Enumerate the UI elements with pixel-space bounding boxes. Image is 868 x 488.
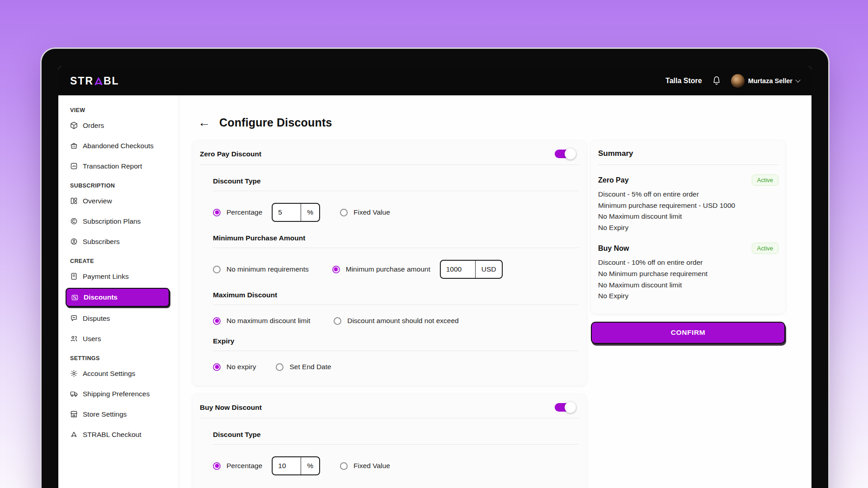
percent-suffix: %: [301, 204, 319, 221]
sidebar: VIEW Orders Abandoned Checkouts Transact…: [58, 95, 179, 488]
zero-pay-no-expiry-radio[interactable]: No expiry: [213, 363, 256, 371]
gear-icon: [70, 370, 78, 377]
zero-pay-min-amount-input[interactable]: [441, 261, 475, 278]
summary-card: Summary Zero Pay Active Discount - 5% of…: [591, 141, 785, 314]
buy-now-discount-card: Buy Now Discount Discount Type: [193, 394, 586, 488]
app-screen: STR BL Talla Store Murtaza Seller: [58, 66, 811, 488]
divider: [200, 164, 579, 165]
status-badge: Active: [752, 174, 778, 186]
sidebar-group-settings: SETTINGS: [58, 355, 179, 361]
sidebar-item-subscription-plans[interactable]: Subscription Plans: [58, 211, 179, 231]
sidebar-item-account-settings[interactable]: Account Settings: [58, 363, 179, 384]
sidebar-item-label: STRABL Checkout: [83, 431, 142, 439]
zero-pay-not-exceed-radio[interactable]: Discount amount should not exceed: [334, 317, 458, 325]
truck-icon: [70, 390, 78, 398]
radio-label: Set End Date: [289, 363, 331, 371]
radio-label: Fixed Value: [354, 208, 390, 216]
radio-label: Discount amount should not exceed: [347, 317, 458, 325]
sidebar-item-label: Payment Links: [83, 272, 129, 281]
sidebar-item-payment-links[interactable]: Payment Links: [58, 266, 179, 286]
sidebar-item-strabl-checkout[interactable]: STRABL Checkout: [58, 424, 179, 445]
buy-now-toggle[interactable]: [555, 403, 573, 412]
summary-title: Summary: [598, 149, 778, 158]
buy-now-card-title: Buy Now Discount: [200, 404, 262, 412]
sidebar-item-label: Overview: [83, 197, 112, 205]
summary-entry-zero-pay: Zero Pay Active Discount - 5% off on ent…: [598, 174, 778, 233]
sidebar-item-shipping-preferences[interactable]: Shipping Preferences: [58, 384, 179, 404]
confirm-button[interactable]: CONFIRM: [591, 322, 785, 344]
sidebar-item-label: Users: [83, 335, 101, 343]
sidebar-item-label: Shipping Preferences: [83, 390, 150, 398]
zero-pay-no-max-radio[interactable]: No maximum discount limit: [213, 317, 310, 325]
radio-unselected-icon: [340, 209, 348, 216]
sidebar-item-label: Transaction Report: [83, 162, 142, 170]
discount-icon: [71, 294, 79, 301]
summary-line: No Maximum discount limit: [598, 280, 778, 291]
discount-type-heading: Discount Type: [213, 431, 579, 439]
zero-pay-percent-input-group: %: [272, 203, 320, 222]
laptop-frame: STR BL Talla Store Murtaza Seller: [42, 49, 828, 488]
radio-unselected-icon: [334, 317, 341, 325]
summary-line: Discount - 10% off on entire order: [598, 257, 778, 268]
sidebar-item-overview[interactable]: Overview: [58, 191, 179, 211]
buy-now-percent-input[interactable]: [273, 457, 301, 474]
radio-selected-icon: [213, 363, 221, 371]
radio-selected-icon: [332, 266, 340, 273]
radio-label: No maximum discount limit: [226, 317, 310, 325]
back-arrow-icon[interactable]: ←: [198, 117, 210, 129]
sidebar-item-orders[interactable]: Orders: [58, 115, 179, 136]
radio-selected-icon: [213, 209, 221, 216]
divider: [213, 351, 579, 351]
radio-selected-icon: [213, 317, 221, 325]
buy-now-percent-input-group: %: [272, 456, 320, 475]
summary-line: Minimum purchase requirement - USD 1000: [598, 200, 778, 211]
zero-pay-percentage-radio[interactable]: Percentage: [213, 208, 262, 216]
buy-now-fixed-value-radio[interactable]: Fixed Value: [340, 462, 390, 470]
summary-line: No Expiry: [598, 291, 778, 302]
zero-pay-fixed-value-radio[interactable]: Fixed Value: [340, 208, 390, 216]
divider: [598, 164, 778, 165]
sidebar-item-discounts[interactable]: Discounts: [66, 288, 170, 307]
buy-now-percentage-radio[interactable]: Percentage: [213, 462, 262, 470]
zero-pay-set-end-date-radio[interactable]: Set End Date: [276, 363, 331, 371]
user-menu[interactable]: Murtaza Seller: [731, 74, 800, 88]
zero-pay-percent-input[interactable]: [273, 204, 301, 221]
subscriber-icon: [70, 238, 78, 245]
zero-pay-no-min-radio[interactable]: No minimum requirements: [213, 265, 309, 273]
radio-label: No minimum requirements: [226, 265, 309, 273]
summary-line: Discount - 5% off on entire order: [598, 189, 778, 200]
basket-icon: [70, 142, 78, 150]
min-purchase-heading: Minimum Purchase Amount: [213, 234, 579, 242]
sidebar-item-label: Account Settings: [83, 370, 135, 378]
sidebar-item-subscribers[interactable]: Subscribers: [58, 231, 179, 252]
sidebar-item-transaction-report[interactable]: Transaction Report: [58, 156, 179, 176]
summary-line: No Minimum purchase requirement: [598, 268, 778, 280]
summary-line: No Maximum discount limit: [598, 211, 778, 222]
sidebar-item-disputes[interactable]: Disputes: [58, 308, 179, 328]
zero-pay-min-amount-input-group: USD: [440, 260, 503, 279]
sidebar-item-users[interactable]: Users: [58, 328, 179, 349]
toggle-knob: [565, 402, 576, 413]
page-title: Configure Discounts: [219, 116, 332, 129]
radio-label: No expiry: [226, 363, 256, 371]
expiry-heading: Expiry: [213, 337, 579, 345]
zero-pay-min-amount-radio[interactable]: Minimum purchase amount: [332, 265, 430, 273]
zero-pay-toggle[interactable]: [555, 150, 573, 158]
logo-text-prefix: STR: [70, 75, 94, 87]
divider: [200, 418, 579, 418]
report-icon: [70, 162, 78, 170]
divider: [213, 248, 579, 248]
notification-bell-icon[interactable]: [712, 76, 721, 86]
sidebar-item-store-settings[interactable]: Store Settings: [58, 404, 179, 424]
store-icon: [70, 410, 78, 418]
main-content: ← Configure Discounts Zero Pay Discount: [179, 95, 811, 488]
zero-pay-discount-card: Zero Pay Discount Discount Type: [193, 141, 586, 385]
sidebar-item-abandoned-checkouts[interactable]: Abandoned Checkouts: [58, 136, 179, 156]
status-badge: Active: [752, 243, 778, 254]
sidebar-group-view: VIEW: [58, 107, 179, 113]
sidebar-item-label: Disputes: [83, 314, 110, 323]
summary-line: No Expiry: [598, 222, 778, 234]
logo-text-suffix: BL: [104, 75, 119, 87]
payment-link-icon: [70, 272, 78, 280]
sidebar-item-label: Abandoned Checkouts: [83, 142, 154, 150]
